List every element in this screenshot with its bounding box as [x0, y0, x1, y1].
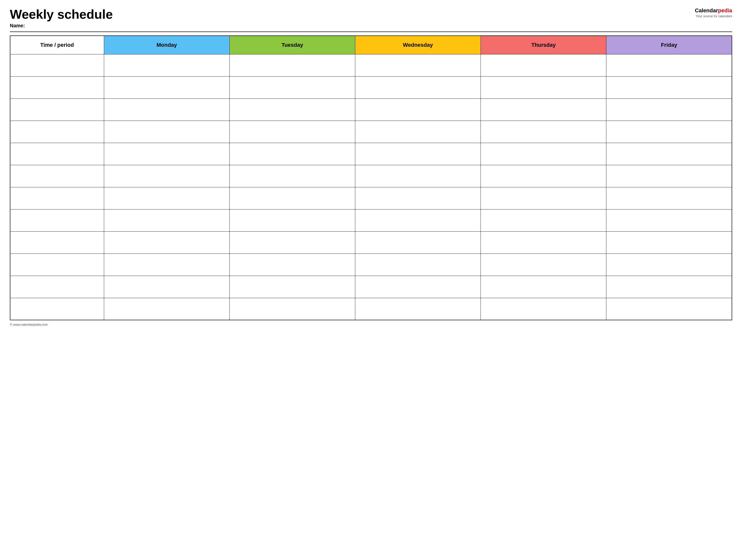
table-cell[interactable]	[10, 276, 104, 298]
page-title: Weekly schedule	[10, 7, 113, 21]
table-cell[interactable]	[10, 298, 104, 320]
table-row	[10, 187, 732, 209]
table-cell[interactable]	[355, 231, 481, 254]
footer-copyright: © www.calendarpedia.com	[10, 323, 732, 326]
table-cell[interactable]	[606, 99, 732, 121]
table-cell[interactable]	[355, 276, 481, 298]
logo-calendar: Calendar	[695, 7, 718, 13]
table-cell[interactable]	[355, 254, 481, 276]
table-row	[10, 165, 732, 187]
page-header: Weekly schedule Name: Calendarpedia Your…	[10, 7, 732, 29]
table-cell[interactable]	[606, 298, 732, 320]
table-row	[10, 209, 732, 231]
table-cell[interactable]	[229, 187, 355, 209]
col-header-monday: Monday	[104, 36, 229, 54]
table-cell[interactable]	[229, 298, 355, 320]
table-row	[10, 231, 732, 254]
table-row	[10, 276, 732, 298]
col-header-time: Time / period	[10, 36, 104, 54]
table-cell[interactable]	[606, 254, 732, 276]
table-cell[interactable]	[355, 143, 481, 165]
title-block: Weekly schedule Name:	[10, 7, 113, 29]
table-cell[interactable]	[229, 165, 355, 187]
col-header-tuesday: Tuesday	[229, 36, 355, 54]
col-header-thursday: Thursday	[481, 36, 606, 54]
table-cell[interactable]	[229, 121, 355, 143]
table-cell[interactable]	[104, 209, 229, 231]
table-cell[interactable]	[481, 298, 606, 320]
table-cell[interactable]	[229, 76, 355, 99]
table-cell[interactable]	[229, 254, 355, 276]
table-cell[interactable]	[481, 121, 606, 143]
table-cell[interactable]	[481, 187, 606, 209]
divider	[10, 32, 732, 32]
table-cell[interactable]	[606, 165, 732, 187]
table-cell[interactable]	[355, 298, 481, 320]
logo-tagline: Your source for calendars	[696, 14, 732, 18]
table-cell[interactable]	[229, 54, 355, 76]
table-cell[interactable]	[10, 187, 104, 209]
table-cell[interactable]	[481, 165, 606, 187]
table-cell[interactable]	[10, 54, 104, 76]
table-cell[interactable]	[10, 209, 104, 231]
table-cell[interactable]	[606, 231, 732, 254]
table-cell[interactable]	[10, 121, 104, 143]
table-cell[interactable]	[481, 209, 606, 231]
table-cell[interactable]	[606, 143, 732, 165]
table-cell[interactable]	[481, 254, 606, 276]
table-cell[interactable]	[104, 99, 229, 121]
table-cell[interactable]	[104, 143, 229, 165]
col-header-wednesday: Wednesday	[355, 36, 481, 54]
table-cell[interactable]	[229, 231, 355, 254]
table-cell[interactable]	[481, 54, 606, 76]
table-cell[interactable]	[104, 298, 229, 320]
table-cell[interactable]	[10, 231, 104, 254]
table-cell[interactable]	[10, 165, 104, 187]
table-cell[interactable]	[355, 121, 481, 143]
table-cell[interactable]	[229, 143, 355, 165]
table-cell[interactable]	[481, 99, 606, 121]
table-cell[interactable]	[606, 209, 732, 231]
table-cell[interactable]	[355, 209, 481, 231]
table-cell[interactable]	[606, 276, 732, 298]
table-cell[interactable]	[481, 231, 606, 254]
table-row	[10, 54, 732, 76]
table-cell[interactable]	[10, 76, 104, 99]
table-header-row: Time / period Monday Tuesday Wednesday T…	[10, 36, 732, 54]
table-cell[interactable]	[606, 54, 732, 76]
logo-pedia: pedia	[718, 7, 732, 13]
table-cell[interactable]	[104, 254, 229, 276]
table-row	[10, 121, 732, 143]
table-cell[interactable]	[606, 76, 732, 99]
table-cell[interactable]	[104, 187, 229, 209]
table-cell[interactable]	[481, 76, 606, 99]
table-cell[interactable]	[229, 209, 355, 231]
table-cell[interactable]	[606, 187, 732, 209]
table-row	[10, 76, 732, 99]
table-cell[interactable]	[104, 54, 229, 76]
table-cell[interactable]	[229, 99, 355, 121]
table-cell[interactable]	[606, 121, 732, 143]
table-cell[interactable]	[355, 165, 481, 187]
table-cell[interactable]	[104, 121, 229, 143]
table-cell[interactable]	[481, 143, 606, 165]
table-cell[interactable]	[104, 231, 229, 254]
schedule-body	[10, 54, 732, 320]
table-cell[interactable]	[104, 165, 229, 187]
table-cell[interactable]	[10, 99, 104, 121]
schedule-table: Time / period Monday Tuesday Wednesday T…	[10, 36, 732, 320]
table-cell[interactable]	[481, 276, 606, 298]
table-cell[interactable]	[355, 187, 481, 209]
table-cell[interactable]	[10, 254, 104, 276]
logo-text: Calendarpedia	[695, 7, 732, 14]
table-cell[interactable]	[229, 276, 355, 298]
table-cell[interactable]	[104, 76, 229, 99]
table-cell[interactable]	[104, 276, 229, 298]
name-label: Name:	[10, 23, 113, 29]
table-row	[10, 143, 732, 165]
table-cell[interactable]	[355, 54, 481, 76]
table-cell[interactable]	[10, 143, 104, 165]
table-row	[10, 298, 732, 320]
table-cell[interactable]	[355, 99, 481, 121]
table-cell[interactable]	[355, 76, 481, 99]
